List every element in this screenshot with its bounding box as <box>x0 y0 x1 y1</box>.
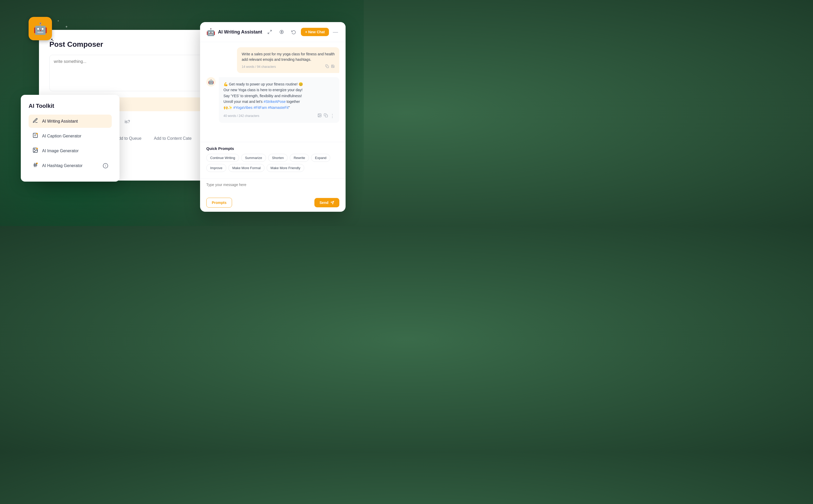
ai-word-count: 40 words / 242 characters <box>223 114 259 118</box>
robot-icon: 🤖 <box>33 22 48 35</box>
hashtag-generator-icon <box>32 162 38 169</box>
writing-assistant-label: AI Writing Assistant <box>42 119 108 124</box>
ai-message: 🤖 💪 Get ready to power up your fitness r… <box>206 77 339 123</box>
image-generator-label: AI Image Generator <box>42 149 108 153</box>
ai-more-icon[interactable]: ⋮ <box>330 113 335 119</box>
svg-point-4 <box>36 148 38 149</box>
send-button[interactable]: Send <box>314 198 339 207</box>
history-icon-btn[interactable] <box>289 27 298 37</box>
svg-point-9 <box>319 115 319 115</box>
copy-icon[interactable] <box>325 64 329 69</box>
svg-rect-10 <box>325 115 328 117</box>
toolkit-card: AI Toolkit AI Writing Assistant AI Capti… <box>21 95 120 182</box>
user-message-meta: 14 words / 94 characters <box>242 64 335 69</box>
toolkit-item-image[interactable]: AI Image Generator <box>29 144 112 157</box>
chat-panel: 🤖 AI Writing Assistant <box>200 22 346 212</box>
chip-summarize[interactable]: Summarize <box>241 154 266 162</box>
image-generator-icon <box>32 147 38 154</box>
chip-more-friendly[interactable]: Make More Friendly <box>267 164 304 172</box>
save-icon[interactable] <box>331 64 335 69</box>
caption-generator-icon <box>32 132 38 140</box>
cursor-icon: ↖ <box>51 37 54 42</box>
ai-message-meta: 40 words / 242 characters <box>223 113 335 119</box>
chip-rewrite[interactable]: Rewrite <box>290 154 309 162</box>
chat-logo-icon: 🤖 <box>206 28 215 36</box>
toolkit-item-caption[interactable]: AI Caption Generator <box>29 129 112 143</box>
prompts-row-2: Improve Make More Formal Make More Frien… <box>206 164 339 172</box>
ai-copy-icon[interactable] <box>324 113 328 118</box>
chip-continue-writing[interactable]: Continue Writing <box>206 154 239 162</box>
svg-rect-7 <box>327 66 329 68</box>
toolkit-item-hashtag[interactable]: AI Hashtag Generator i <box>29 159 112 172</box>
tab-content-cate[interactable]: Add to Content Cate <box>149 134 197 143</box>
hashtag-yogavibes: #YogaVibes <box>233 105 253 110</box>
chip-more-formal[interactable]: Make More Formal <box>228 164 265 172</box>
caption-generator-label: AI Caption Generator <box>42 134 108 138</box>
dollar-icon-btn[interactable] <box>277 27 286 37</box>
user-word-count: 14 words / 94 characters <box>242 65 276 69</box>
chat-input-footer: Prompts Send <box>206 198 339 208</box>
hashtag-fitfam: #FitFam <box>254 105 267 110</box>
svg-point-5 <box>36 163 38 164</box>
hashtag-generator-label: AI Hashtag Generator <box>42 163 99 168</box>
hashtag-strikeapose: #StrikeAPose <box>263 100 286 104</box>
chat-header: 🤖 AI Writing Assistant <box>200 22 346 42</box>
writing-assistant-icon <box>32 118 38 125</box>
toolkit-title: AI Toolkit <box>29 103 112 109</box>
hashtag-namastefIt: #NamasteFit <box>268 105 288 110</box>
expand-icon-btn[interactable] <box>265 27 274 37</box>
composer-title: Post Composer <box>49 40 205 49</box>
quick-prompts-title: Quick Prompts <box>206 146 339 151</box>
svg-point-3 <box>34 149 35 150</box>
chip-expand[interactable]: Expand <box>311 154 330 162</box>
chat-input-area: Prompts Send <box>200 178 346 212</box>
chip-improve[interactable]: Improve <box>206 164 226 172</box>
composer-textarea[interactable] <box>49 55 205 91</box>
new-chat-button[interactable]: + New Chat <box>301 28 329 36</box>
quick-prompts-section: Quick Prompts Continue Writing Summarize… <box>200 142 346 178</box>
prompts-button[interactable]: Prompts <box>206 198 232 208</box>
ai-bubble: 💪 Get ready to power up your fitness rou… <box>219 77 339 123</box>
ai-message-text: 💪 Get ready to power up your fitness rou… <box>223 81 335 110</box>
minimize-button[interactable]: — <box>332 28 339 36</box>
chat-messages: Write a sales post for my yoga class for… <box>200 42 346 142</box>
user-message-text: Write a sales post for my yoga class for… <box>242 51 335 62</box>
toolkit-item-writing[interactable]: AI Writing Assistant <box>29 115 112 128</box>
chip-shorten[interactable]: Shorten <box>268 154 288 162</box>
chat-title: AI Writing Assistant <box>218 29 262 35</box>
svg-point-1 <box>36 133 38 134</box>
prompts-row-1: Continue Writing Summarize Shorten Rewri… <box>206 154 339 162</box>
chat-input[interactable] <box>206 183 339 193</box>
robot-badge: 🤖 ↖ <box>29 17 52 40</box>
hashtag-info-icon[interactable]: i <box>103 163 108 168</box>
ai-avatar: 🤖 <box>206 77 216 87</box>
user-message: Write a sales post for my yoga class for… <box>237 47 339 73</box>
ai-image-icon[interactable] <box>318 113 322 118</box>
